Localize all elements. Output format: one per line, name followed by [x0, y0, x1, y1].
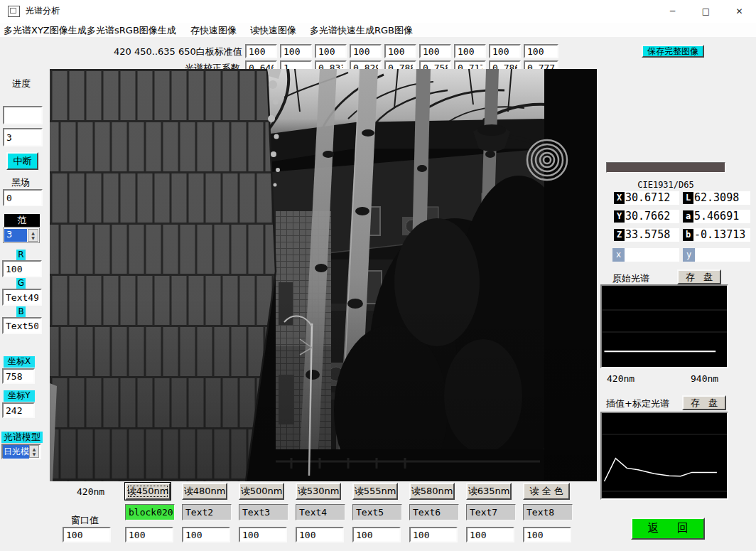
block-label-7: Text7 [466, 504, 516, 520]
a-value: 5.46691 [693, 210, 750, 223]
wavelength-420-label: 420nm [77, 486, 104, 497]
window-value-input-7[interactable] [409, 527, 458, 542]
standard-value-input-8[interactable] [489, 44, 521, 58]
standard-value-input-2[interactable] [280, 44, 312, 58]
spectrum-x-max-label: 940nm [691, 373, 718, 384]
spectral-model-label: 光谱模型 [1, 432, 43, 443]
y-value: 30.7662 [625, 210, 679, 223]
menu-item-multispectral-quick-rgb[interactable]: 多光谱快速生成RGB图像 [310, 24, 413, 37]
minimize-button[interactable]: ─ [656, 0, 689, 23]
block-label-3: Text3 [239, 504, 288, 520]
color-swatch [606, 162, 725, 173]
window-value-input-2[interactable] [125, 527, 173, 542]
r-input[interactable] [2, 260, 42, 277]
window-value-input-8[interactable] [466, 527, 514, 542]
standard-value-input-4[interactable] [350, 44, 382, 58]
menu-item-save-quick-image[interactable]: 存快速图像 [190, 24, 237, 37]
coord-y-label: 坐标Y [4, 390, 35, 402]
save-full-image-button[interactable]: 保存完整图像 [642, 45, 704, 58]
menu-item-multispectral-srgb[interactable]: 多光谱sRGB图像生成 [87, 24, 176, 37]
spectral-model-combobox[interactable]: 日光模 ▲ ▼ [1, 444, 41, 459]
coord-y-input[interactable] [2, 402, 35, 418]
read-480nm-button[interactable]: 读480nm [182, 483, 227, 500]
range-label: 范 围 [4, 214, 40, 227]
standard-value-input-5[interactable] [384, 44, 416, 58]
colorimetry-header: CIE1931/D65 [612, 180, 719, 190]
black-level-input[interactable] [3, 189, 43, 206]
calibrated-spectrum-save-button[interactable]: 存 盘 [682, 395, 726, 410]
whiteboard-standard-label: 420 450..635 650白板标准值 [114, 46, 240, 58]
block-label-2: Text2 [182, 504, 232, 520]
y-badge: Y [614, 210, 625, 223]
range-spinner[interactable]: 3 ▲ ▼ [3, 228, 40, 243]
spin-up-icon[interactable]: ▲ [31, 230, 35, 235]
window-value-input-5[interactable] [296, 527, 344, 542]
calibrated-spectrum-line [605, 459, 717, 481]
read-580nm-button[interactable]: 读580nm [409, 483, 455, 500]
maximize-button[interactable]: □ [689, 0, 723, 23]
read-500nm-button[interactable]: 读500nm [239, 483, 284, 500]
close-button[interactable]: ✕ [723, 0, 756, 23]
coord-x-label: 坐标X [4, 356, 35, 368]
read-635nm-button[interactable]: 读635nm [466, 483, 512, 500]
window-value-label: 窗口值 [71, 514, 99, 527]
block-label-5: Text5 [352, 504, 402, 520]
b-input[interactable] [2, 317, 42, 334]
b-label: B [16, 306, 26, 317]
block-label-1: block02012 [125, 504, 175, 520]
read-530nm-button[interactable]: 读530nm [296, 483, 341, 500]
g-label: G [16, 278, 26, 289]
black-level-label: 黑场 [11, 176, 30, 189]
chroma-x-input[interactable] [625, 248, 679, 262]
g-input[interactable] [2, 289, 42, 306]
return-button[interactable]: 返 回 [631, 518, 705, 540]
coord-x-input[interactable] [2, 368, 35, 384]
progress-count-input[interactable] [3, 128, 43, 146]
menu-item-multispectral-xyz[interactable]: 多光谱XYZ图像生成 [4, 24, 87, 37]
block-label-6: Text6 [409, 504, 459, 520]
a-badge: a [683, 210, 693, 223]
standard-value-input-3[interactable] [315, 44, 347, 58]
range-spinner-value[interactable]: 3 [4, 229, 27, 242]
x-value: 30.6712 [625, 191, 679, 205]
standard-value-input-7[interactable] [454, 44, 486, 58]
b-value: -0.13713 [693, 228, 750, 242]
spin-down-icon[interactable]: ▼ [31, 235, 35, 240]
z-badge: Z [614, 229, 625, 241]
read-full-color-button[interactable]: 读 全 色 [523, 483, 570, 500]
spectral-analysis-window: 光谱分析 ─ □ ✕ 多光谱XYZ图像生成 多光谱sRGB图像生成 存快速图像 … [0, 0, 756, 551]
standard-value-input-1[interactable] [245, 44, 277, 58]
x-badge: X [614, 192, 625, 204]
scene-photo [50, 69, 597, 481]
menu-item-read-quick-image[interactable]: 读快速图像 [250, 24, 296, 37]
r-label: R [16, 250, 26, 260]
calibrated-spectrum-title: 插值+标定光谱 [606, 397, 669, 410]
original-spectrum-save-button[interactable]: 存 盘 [677, 269, 721, 284]
chroma-y-badge: y [683, 248, 695, 262]
window-value-input-4[interactable] [239, 527, 287, 542]
interrupt-button[interactable]: 中断 [6, 152, 38, 170]
combo-up-icon[interactable]: ▲ [33, 446, 36, 451]
main-image[interactable] [50, 69, 597, 481]
window-value-input-3[interactable] [182, 527, 230, 542]
menu-bar: 多光谱XYZ图像生成 多光谱sRGB图像生成 存快速图像 读快速图像 多光谱快速… [0, 23, 756, 37]
combo-down-icon[interactable]: ▼ [33, 451, 36, 456]
z-value: 33.5758 [625, 228, 679, 242]
standard-value-input-6[interactable] [419, 44, 451, 58]
block-label-4: Text4 [296, 504, 345, 520]
chroma-y-input[interactable] [695, 248, 750, 262]
range-spinner-arrows[interactable]: ▲ ▼ [28, 229, 38, 242]
block-label-8: Text8 [523, 504, 573, 520]
l-badge: L [683, 192, 693, 204]
spectrum-x-min-label: 420nm [607, 373, 634, 384]
read-555nm-button[interactable]: 读555nm [352, 483, 398, 500]
progress-input[interactable] [3, 106, 43, 124]
window-value-input-1[interactable] [63, 527, 111, 542]
window-value-input-6[interactable] [352, 527, 401, 542]
read-450nm-button[interactable]: 读450nm [125, 483, 171, 500]
app-icon [8, 6, 20, 17]
spectral-model-arrows[interactable]: ▲ ▼ [29, 445, 39, 458]
standard-value-input-9[interactable] [524, 44, 558, 58]
spectral-model-value[interactable]: 日光模 [3, 445, 29, 459]
window-value-input-9[interactable] [523, 527, 571, 542]
